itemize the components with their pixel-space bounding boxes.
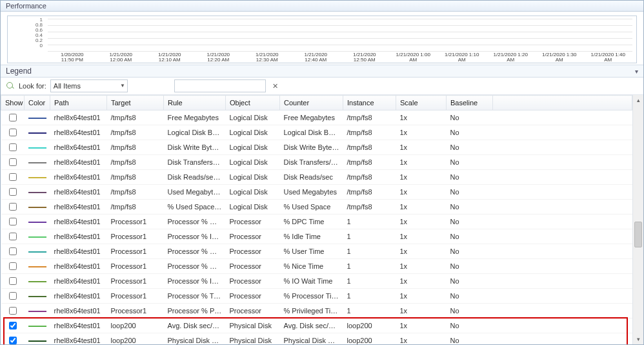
cell-rule: Processor % IO T... xyxy=(164,274,226,289)
chart-x-labels: 1/20/202011:50 PM1/21/202012:00 AM1/21/2… xyxy=(48,52,632,63)
table-row[interactable]: rhel8x64test01/tmp/fs8Disk Reads/sec (..… xyxy=(1,170,632,185)
show-checkbox[interactable] xyxy=(9,188,17,196)
cell-baseline: No xyxy=(447,274,493,289)
cell-rule: Processor % Use... xyxy=(164,244,226,259)
cell-path: rhel8x64test01 xyxy=(50,289,107,304)
show-checkbox[interactable] xyxy=(9,173,17,181)
cell-path: rhel8x64test01 xyxy=(50,170,107,185)
show-checkbox[interactable] xyxy=(9,247,17,255)
table-row[interactable]: rhel8x64test01Processor1Processor % Nic.… xyxy=(1,259,632,274)
show-checkbox[interactable] xyxy=(9,129,17,136)
show-checkbox[interactable] xyxy=(9,307,17,315)
cell-object: Logical Disk xyxy=(226,140,280,155)
table-row[interactable]: rhel8x64test01/tmp/fs8Disk Write Bytes..… xyxy=(1,140,632,155)
table-row[interactable]: rhel8x64test01Processor1Processor % Use.… xyxy=(1,244,632,259)
clear-filter-icon[interactable]: ✕ xyxy=(270,82,281,90)
performance-chart[interactable]: 10.80.60.40.20 1/20/202011:50 PM1/21/202… xyxy=(7,16,637,63)
search-icon xyxy=(6,81,15,90)
cell-baseline: No xyxy=(447,125,493,140)
table-row[interactable]: rhel8x64test01/tmp/fs8Disk Transfers/s..… xyxy=(1,155,632,170)
cell-rule: Processor % Idle... xyxy=(164,229,226,244)
cell-object: Processor xyxy=(226,244,280,259)
color-swatch xyxy=(28,207,46,208)
show-checkbox[interactable] xyxy=(9,143,17,151)
legend-panel-header[interactable]: Legend ▾ xyxy=(1,65,643,78)
cell-path: rhel8x64test01 xyxy=(50,185,107,200)
table-row[interactable]: rhel8x64test01/tmp/fs8Logical Disk Byt..… xyxy=(1,125,632,140)
cell-counter: % IO Wait Time xyxy=(280,274,343,289)
show-checkbox[interactable] xyxy=(9,158,17,166)
table-row[interactable]: rhel8x64test01/tmp/fs8% Used Space (...L… xyxy=(1,200,632,214)
cell-scale: 1x xyxy=(396,319,447,333)
table-row[interactable]: rhel8x64test01Processor1Processor % DP..… xyxy=(1,214,632,229)
table-row[interactable]: rhel8x64test01/tmp/fs8Used Megabytes...L… xyxy=(1,185,632,200)
scroll-up-arrow-icon[interactable]: ▴ xyxy=(633,95,643,105)
scroll-down-arrow-icon[interactable]: ▾ xyxy=(633,334,643,344)
color-swatch xyxy=(28,222,46,223)
cell-rule: % Used Space (... xyxy=(164,200,226,214)
cell-path: rhel8x64test01 xyxy=(50,125,107,140)
cell-instance: /tmp/fs8 xyxy=(343,140,396,155)
cell-rule: Disk Transfers/s... xyxy=(164,155,226,170)
table-row[interactable]: rhel8x64test01Processor1Processor % Tim.… xyxy=(1,289,632,304)
col-path[interactable]: Path xyxy=(50,96,107,110)
look-for-value: All Items xyxy=(54,82,81,90)
col-scale[interactable]: Scale xyxy=(396,96,447,110)
col-instance[interactable]: Instance xyxy=(343,96,396,110)
cell-rule: Avg. Disk sec/Tr... xyxy=(164,319,226,333)
table-row[interactable]: rhel8x64test01loop200Avg. Disk sec/Tr...… xyxy=(1,319,632,333)
cell-scale: 1x xyxy=(396,214,447,229)
show-checkbox[interactable] xyxy=(9,262,17,270)
chevron-down-icon: ▼ xyxy=(120,83,125,89)
show-checkbox[interactable] xyxy=(9,337,17,344)
column-header-row[interactable]: Show Color Path Target Rule Object Count… xyxy=(1,96,632,110)
show-checkbox[interactable] xyxy=(9,218,17,225)
scrollbar-thumb[interactable] xyxy=(634,222,642,247)
cell-rule: Disk Write Bytes... xyxy=(164,140,226,155)
look-for-bar: Look for: All Items ▼ ✕ xyxy=(1,78,643,95)
show-checkbox[interactable] xyxy=(9,233,17,240)
cell-target: Processor1 xyxy=(107,304,164,319)
table-row[interactable]: rhel8x64test01Processor1Processor % Idle… xyxy=(1,229,632,244)
col-rule[interactable]: Rule xyxy=(164,96,226,110)
col-show[interactable]: Show xyxy=(1,96,25,110)
cell-baseline: No xyxy=(447,214,493,229)
col-counter[interactable]: Counter xyxy=(280,96,343,110)
cell-object: Processor xyxy=(226,274,280,289)
cell-instance: loop200 xyxy=(343,333,396,345)
cell-instance: 1 xyxy=(343,304,396,319)
legend-grid-wrap: Show Color Path Target Rule Object Count… xyxy=(1,95,643,344)
look-for-combo[interactable]: All Items ▼ xyxy=(50,79,128,92)
show-checkbox[interactable] xyxy=(9,203,17,211)
cell-rule: Disk Reads/sec (... xyxy=(164,170,226,185)
table-row[interactable]: rhel8x64test01/tmp/fs8Free MegabytesLogi… xyxy=(1,110,632,125)
table-row[interactable]: rhel8x64test01loop200Physical Disk Byt..… xyxy=(1,333,632,345)
color-swatch xyxy=(28,147,46,149)
cell-object: Physical Disk xyxy=(226,333,280,345)
cell-rule: Free Megabytes xyxy=(164,110,226,125)
col-target[interactable]: Target xyxy=(107,96,164,110)
show-checkbox[interactable] xyxy=(9,114,17,121)
show-checkbox[interactable] xyxy=(9,292,17,300)
cell-scale: 1x xyxy=(396,185,447,200)
col-baseline[interactable]: Baseline xyxy=(447,96,493,110)
show-checkbox[interactable] xyxy=(9,322,17,329)
legend-grid[interactable]: Show Color Path Target Rule Object Count… xyxy=(1,95,632,344)
cell-scale: 1x xyxy=(396,170,447,185)
table-row[interactable]: rhel8x64test01Processor1Processor % Priv… xyxy=(1,304,632,319)
look-for-textbox[interactable] xyxy=(174,79,266,92)
table-row[interactable]: rhel8x64test01Processor1Processor % IO T… xyxy=(1,274,632,289)
cell-object: Logical Disk xyxy=(226,110,280,125)
chevron-down-icon[interactable]: ▾ xyxy=(635,68,638,75)
col-color[interactable]: Color xyxy=(25,96,50,110)
cell-target: Processor1 xyxy=(107,229,164,244)
show-checkbox[interactable] xyxy=(9,277,17,285)
col-object[interactable]: Object xyxy=(226,96,280,110)
vertical-scrollbar[interactable]: ▴ ▾ xyxy=(632,95,643,344)
performance-title: Performance xyxy=(6,2,46,10)
cell-instance: /tmp/fs8 xyxy=(343,185,396,200)
cell-path: rhel8x64test01 xyxy=(50,274,107,289)
cell-baseline: No xyxy=(447,185,493,200)
color-swatch xyxy=(28,296,46,297)
cell-object: Logical Disk xyxy=(226,155,280,170)
